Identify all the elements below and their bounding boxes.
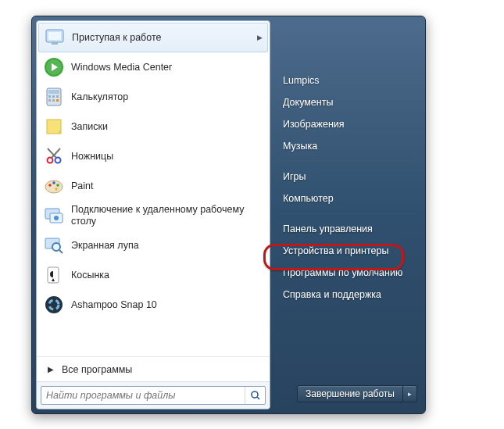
right-link-user[interactable]: Lumpics <box>270 70 425 91</box>
all-programs-label: Все программы <box>62 364 132 375</box>
program-item-ashampoo-snap[interactable]: Ashampoo Snap 10 <box>38 290 268 320</box>
right-link-documents[interactable]: Документы <box>270 91 425 113</box>
right-link-label: Музыка <box>283 141 317 152</box>
right-link-default-programs[interactable]: Программы по умолчанию <box>270 262 425 284</box>
svg-point-14 <box>48 158 53 163</box>
program-item-label: Экранная лупа <box>71 240 263 252</box>
sticky-notes-icon <box>43 116 65 138</box>
svg-rect-6 <box>48 90 59 94</box>
search-icon <box>250 390 261 401</box>
calculator-icon <box>43 86 65 108</box>
right-link-label: Программы по умолчанию <box>283 267 402 278</box>
search-box[interactable] <box>41 386 266 405</box>
right-link-computer[interactable]: Компьютер <box>270 188 425 209</box>
chevron-right-icon: ▸ <box>408 390 412 398</box>
paint-icon <box>43 175 65 197</box>
program-item-label: Косынка <box>71 270 263 281</box>
chevron-right-icon: ▶ <box>48 365 54 374</box>
right-link-label: Справка и поддержка <box>283 289 381 300</box>
svg-point-15 <box>55 158 61 163</box>
svg-point-20 <box>55 188 58 191</box>
solitaire-icon <box>43 264 65 286</box>
svg-rect-1 <box>48 32 61 40</box>
right-link-label: Панель управления <box>283 223 373 234</box>
separator <box>280 213 416 214</box>
svg-rect-2 <box>52 42 58 45</box>
program-item-solitaire[interactable]: Косынка <box>38 260 268 290</box>
snipping-tool-icon <box>43 145 65 167</box>
ashampoo-snap-icon <box>43 294 65 316</box>
svg-rect-7 <box>48 95 51 98</box>
search-row <box>37 381 270 409</box>
shutdown-row: Завершение работы ▸ <box>270 385 425 406</box>
right-link-help[interactable]: Справка и поддержка <box>270 284 425 306</box>
program-item-label: Приступая к работе <box>72 32 257 44</box>
right-link-devices-printers[interactable]: Устройства и принтеры <box>270 240 425 262</box>
program-item-media-center[interactable]: Windows Media Center <box>38 52 268 82</box>
shutdown-button[interactable]: Завершение работы <box>298 386 402 402</box>
right-link-pictures[interactable]: Изображения <box>270 113 425 135</box>
start-menu: Приступая к работе ▶ Windows Media Cente… <box>31 16 426 414</box>
svg-rect-8 <box>52 95 55 98</box>
program-item-label: Paint <box>71 181 263 192</box>
program-item-magnifier[interactable]: Экранная лупа <box>38 231 268 260</box>
shutdown-label: Завершение работы <box>306 388 395 399</box>
submenu-arrow-icon: ▶ <box>257 34 263 41</box>
all-programs-button[interactable]: ▶ Все программы <box>37 356 270 381</box>
program-item-getting-started[interactable]: Приступая к работе ▶ <box>38 23 268 52</box>
search-input[interactable] <box>41 390 245 401</box>
svg-rect-12 <box>56 99 59 102</box>
svg-rect-13 <box>47 120 61 134</box>
program-item-snipping-tool[interactable]: Ножницы <box>38 141 268 171</box>
right-link-label: Lumpics <box>283 75 320 86</box>
start-menu-left-panel: Приступая к работе ▶ Windows Media Cente… <box>36 20 270 409</box>
svg-point-27 <box>45 296 63 313</box>
remote-desktop-icon <box>43 205 65 227</box>
program-item-label: Windows Media Center <box>71 62 263 73</box>
right-link-label: Компьютер <box>283 193 334 204</box>
svg-rect-11 <box>52 99 55 102</box>
shutdown-options-button[interactable]: ▸ <box>402 386 416 402</box>
right-link-label: Игры <box>283 171 306 182</box>
svg-point-18 <box>52 181 55 184</box>
shutdown-split-button: Завершение работы ▸ <box>297 385 417 402</box>
right-link-games[interactable]: Игры <box>270 166 425 188</box>
svg-point-23 <box>54 216 59 220</box>
svg-rect-10 <box>48 99 51 102</box>
separator <box>280 161 416 162</box>
program-item-label: Ножницы <box>71 151 263 163</box>
svg-point-17 <box>48 184 52 187</box>
right-link-label: Устройства и принтеры <box>283 245 388 256</box>
svg-rect-9 <box>56 95 59 98</box>
program-item-remote-desktop[interactable]: Подключение к удаленному рабочему столу <box>38 201 268 231</box>
right-link-label: Изображения <box>283 119 345 130</box>
program-item-sticky-notes[interactable]: Записки <box>38 112 268 141</box>
getting-started-icon <box>44 27 66 48</box>
svg-point-25 <box>52 243 60 251</box>
pinned-program-list: Приступая к работе ▶ Windows Media Cente… <box>37 21 270 356</box>
svg-point-19 <box>56 184 59 187</box>
program-item-label: Подключение к удаленному рабочему столу <box>71 204 263 227</box>
right-link-music[interactable]: Музыка <box>270 135 425 157</box>
program-item-label: Записки <box>71 121 263 133</box>
program-item-label: Ashampoo Snap 10 <box>71 299 263 311</box>
media-center-icon <box>43 56 65 78</box>
program-item-calculator[interactable]: Калькулятор <box>38 82 268 112</box>
right-link-label: Документы <box>283 97 333 108</box>
right-link-control-panel[interactable]: Панель управления <box>270 218 425 240</box>
search-icon-button[interactable] <box>245 387 265 404</box>
program-item-paint[interactable]: Paint <box>38 171 268 201</box>
svg-point-29 <box>252 391 258 398</box>
program-item-label: Калькулятор <box>71 91 263 103</box>
right-links: Lumpics Документы Изображения Музыка Игр… <box>270 24 425 385</box>
start-menu-right-panel: Lumpics Документы Изображения Музыка Игр… <box>270 16 425 413</box>
magnifier-icon <box>43 234 65 256</box>
